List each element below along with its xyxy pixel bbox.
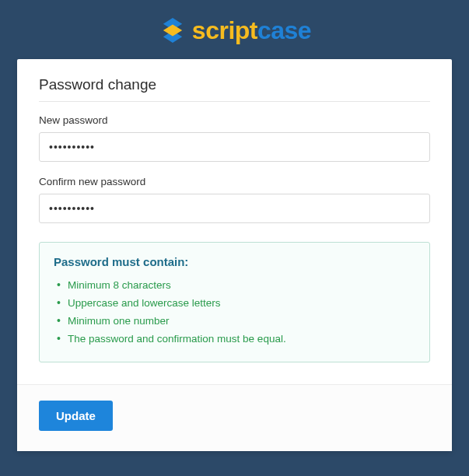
logo-text-part2: case <box>257 16 311 44</box>
confirm-password-label: Confirm new password <box>39 176 430 187</box>
password-rules-box: Password must contain: Minimum 8 charact… <box>39 242 430 362</box>
logo: scriptcase <box>17 16 452 45</box>
rule-item: Minimum one number <box>54 312 415 330</box>
svg-marker-2 <box>163 24 182 36</box>
password-change-card: Password change New password Confirm new… <box>17 59 452 451</box>
rules-title: Password must contain: <box>54 255 415 268</box>
rule-item: Minimum 8 characters <box>54 276 415 294</box>
confirm-password-input[interactable] <box>39 194 430 223</box>
new-password-input[interactable] <box>39 132 430 162</box>
logo-text: scriptcase <box>192 16 311 45</box>
card-title: Password change <box>39 76 430 102</box>
rule-item: Uppercase and lowercase letters <box>54 294 415 312</box>
scriptcase-logo-icon <box>158 16 187 45</box>
rules-list: Minimum 8 characters Uppercase and lower… <box>54 276 415 348</box>
logo-text-part1: script <box>192 16 257 44</box>
new-password-label: New password <box>39 114 430 126</box>
update-button[interactable]: Update <box>39 401 113 431</box>
card-footer: Update <box>17 384 452 451</box>
rule-item: The password and confirmation must be eq… <box>54 330 415 348</box>
